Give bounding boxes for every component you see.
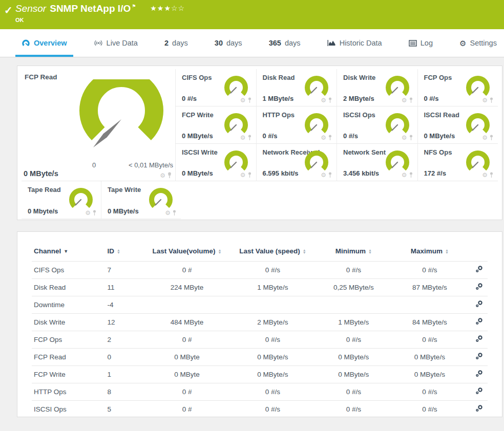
channel-settings-icon[interactable] [475, 352, 484, 360]
channel-settings-icon[interactable] [475, 283, 484, 291]
gear-icon[interactable]: ⚙ [240, 135, 246, 141]
col-header-minimum[interactable]: Minimum [335, 247, 366, 255]
channel-settings-icon[interactable] [475, 265, 484, 273]
gear-icon[interactable]: ⚙ [321, 97, 326, 103]
priority-stars[interactable]: ★★★☆☆ [150, 4, 185, 12]
gear-icon[interactable]: ⚙ [482, 172, 488, 178]
gauge-cell-fcp-write[interactable]: FCP Write 0 MByte/s ⚙ [175, 106, 256, 144]
gauge-title: ISCSI Ops [343, 111, 375, 119]
tab-365-days[interactable]: 365 days [263, 29, 307, 57]
gauge-cell-iscsi-ops[interactable]: ISCSI Ops 0 #/s ⚙ [337, 106, 417, 144]
gauge-cell-network-received[interactable]: Network Received 6.595 kbit/s ⚙ [256, 144, 337, 181]
gear-icon[interactable]: ⚙ [402, 172, 407, 178]
table-row[interactable]: FCP Write10 MByte0 MByte/s0 MByte/s0 MBy… [32, 366, 488, 383]
channel-settings-icon[interactable] [475, 335, 484, 343]
tab-2-days[interactable]: 2 days [158, 29, 194, 57]
gauge-cell-network-sent[interactable]: Network Sent 3.456 kbit/s ⚙ [337, 144, 417, 181]
channel-settings-icon[interactable] [475, 404, 484, 413]
cell-channel[interactable]: Disk Write [32, 314, 106, 331]
pin-icon[interactable] [172, 210, 177, 216]
cell-channel[interactable]: Downtime [32, 296, 106, 314]
col-header-id[interactable]: ID [108, 247, 115, 255]
channel-settings-icon[interactable] [475, 317, 484, 326]
gauge-title: FCP Ops [424, 74, 452, 81]
gauge-cell-tape-read[interactable]: Tape Read 0 Mbyte/s ⚙ [22, 181, 101, 219]
gauge-cell-disk-write[interactable]: Disk Write 2 MByte/s ⚙ [337, 69, 417, 106]
table-row[interactable]: FCP Ops20 #0 #/s0 #/s0 #/s [32, 331, 488, 349]
pin-icon[interactable] [409, 135, 413, 141]
tab-live-data[interactable]: Live Data [88, 29, 144, 57]
gear-icon[interactable]: ⚙ [402, 97, 407, 103]
cell-channel[interactable]: HTTP Ops [32, 383, 106, 401]
gauge-cell-disk-read[interactable]: Disk Read 1 MByte/s ⚙ [256, 69, 337, 106]
cell-minimum: 0 MByte/s [316, 349, 392, 366]
cell-channel[interactable]: FCP Ops [32, 331, 106, 349]
table-row[interactable]: FCP Read00 MByte0 MByte/s0 MByte/s0 MByt… [32, 349, 488, 366]
pin-icon[interactable] [247, 135, 252, 141]
col-header-last-value-speed[interactable]: Last Value (speed) [239, 247, 300, 255]
gauge-cell-cifs-ops[interactable]: CIFS Ops 0 #/s ⚙ [175, 69, 256, 106]
tab-settings[interactable]: ⚙ Settings [453, 29, 503, 57]
pin-icon[interactable] [328, 97, 332, 103]
pin-icon[interactable] [247, 172, 252, 178]
sort-icon[interactable]: ▲▼ [368, 249, 372, 254]
gear-icon[interactable]: ⚙ [165, 210, 171, 216]
gear-icon[interactable]: ⚙ [402, 135, 407, 141]
gauge-cell-nfs-ops[interactable]: NFS Ops 172 #/s ⚙ [417, 144, 498, 181]
gear-icon[interactable]: ⚙ [321, 172, 326, 178]
pin-icon[interactable] [328, 135, 332, 141]
pin-icon[interactable] [247, 97, 252, 103]
tab-log[interactable]: Log [403, 29, 439, 57]
channel-settings-icon[interactable] [475, 300, 484, 308]
col-header-channel[interactable]: Channel [34, 247, 61, 255]
gear-icon[interactable]: ⚙ [321, 135, 326, 141]
pin-icon[interactable] [409, 97, 413, 103]
col-header-last-value-volume[interactable]: Last Value(volume) [153, 247, 216, 255]
gauge-cell-tape-write[interactable]: Tape Write 0 MByte/s ⚙ [101, 181, 181, 219]
primary-gauge-cell[interactable]: FCP Read 0 < 0,01 MByte/s 0 MByte/s ⚙ [22, 69, 175, 181]
pin-icon[interactable] [328, 172, 332, 178]
sort-icon[interactable]: ▲▼ [445, 249, 449, 254]
flag-icon[interactable]: ⚑ [132, 4, 136, 9]
pin-icon[interactable] [489, 97, 494, 103]
gear-icon[interactable]: ⚙ [240, 97, 246, 103]
pin-icon[interactable] [489, 135, 494, 141]
gauge-cell-fcp-ops[interactable]: FCP Ops 0 #/s ⚙ [417, 69, 498, 106]
gear-icon[interactable]: ⚙ [240, 172, 246, 178]
table-row[interactable]: HTTP Ops80 #0 #/s0 #/s0 #/s [32, 383, 488, 401]
cell-channel[interactable]: FCP Read [32, 349, 106, 366]
cell-channel[interactable]: FCP Write [32, 366, 106, 383]
tab-overview[interactable]: Overview [15, 29, 73, 57]
cell-channel[interactable]: ISCSI Ops [32, 401, 106, 418]
gear-icon[interactable]: ⚙ [482, 135, 488, 141]
sort-icon[interactable]: ▲▼ [117, 249, 120, 254]
gauge-cell-iscsi-read[interactable]: ISCSI Read 0 MByte/s ⚙ [417, 106, 498, 144]
table-row[interactable]: Disk Read11224 MByte1 MByte/s0,25 MByte/… [32, 279, 488, 296]
tab-30-days[interactable]: 30 days [208, 29, 248, 57]
pin-icon[interactable] [409, 172, 413, 178]
table-row[interactable]: CIFS Ops70 #0 #/s0 #/s0 #/s [32, 262, 488, 279]
gear-icon[interactable]: ⚙ [160, 173, 165, 179]
gear-icon[interactable]: ⚙ [85, 210, 91, 216]
tab-label: Historic Data [340, 39, 382, 47]
channel-settings-icon[interactable] [475, 370, 484, 378]
pin-icon[interactable] [92, 210, 97, 216]
table-row[interactable]: ISCSI Ops50 #0 #/s0 #/s0 #/s [32, 401, 488, 418]
col-header-maximum[interactable]: Maximum [411, 247, 443, 255]
cell-speed: 0 MByte/s [230, 366, 316, 383]
cell-channel[interactable]: Disk Read [32, 279, 106, 296]
gear-icon[interactable]: ⚙ [482, 97, 488, 103]
pin-icon[interactable] [489, 172, 494, 178]
sort-icon[interactable]: ▲▼ [303, 249, 306, 254]
sort-icon[interactable]: ▲▼ [218, 249, 222, 254]
table-row[interactable]: Disk Write12484 MByte2 MByte/s1 MByte/s8… [32, 314, 488, 331]
gauge-cell-http-ops[interactable]: HTTP Ops 0 #/s ⚙ [256, 106, 337, 144]
cell-channel[interactable]: CIFS Ops [32, 262, 106, 279]
tab-historic-data[interactable]: Historic Data [321, 29, 388, 57]
channel-settings-icon[interactable] [475, 387, 484, 395]
sort-desc-icon[interactable]: ▼ [64, 249, 68, 254]
table-row[interactable]: Downtime-4 [32, 296, 488, 314]
gauge-cell-iscsi-write[interactable]: ISCSI Write 0 MByte/s ⚙ [175, 144, 256, 181]
tab-bar: Overview Live Data 2 days 30 days 365 da… [0, 29, 504, 57]
pin-icon[interactable] [167, 172, 172, 179]
